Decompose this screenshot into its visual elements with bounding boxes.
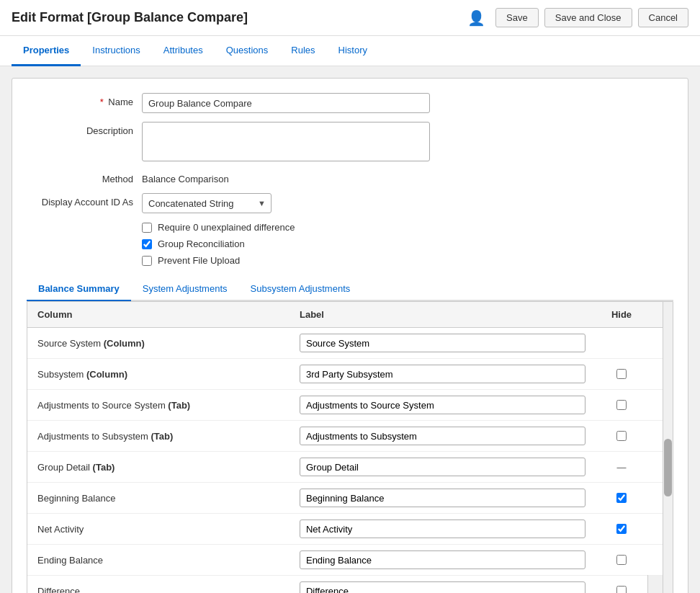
description-row: Description — [27, 122, 673, 161]
prevent-file-upload-label: Prevent File Upload — [158, 255, 240, 266]
hide-checkbox-subsystem[interactable] — [616, 369, 627, 379]
input-cell-adj-source — [290, 390, 596, 421]
require-unexplained-checkbox[interactable] — [142, 223, 152, 233]
input-cell-subsystem — [290, 359, 596, 390]
table-row: Source System (Column) — [27, 328, 673, 359]
label-input-net-activity[interactable] — [300, 520, 585, 538]
col-adj-subsystem: Adjustments to Subsystem (Tab) — [27, 421, 290, 452]
table-row: Group Detail (Tab) — — [27, 452, 673, 483]
balance-table: Column Label Hide Source System (Column) — [27, 302, 673, 593]
table-row: Difference — [27, 576, 673, 594]
col-net-activity: Net Activity — [27, 514, 290, 545]
method-value: Balance Comparison — [142, 170, 229, 184]
main-tabs: Properties Instructions Attributes Quest… — [0, 36, 700, 66]
col-header-column: Column — [27, 302, 290, 328]
input-cell-net-activity — [290, 514, 596, 545]
hide-checkbox-ending-balance[interactable] — [616, 555, 627, 565]
hide-cell-subsystem — [596, 359, 648, 390]
label-input-source-system[interactable] — [300, 334, 585, 352]
name-input[interactable] — [142, 93, 430, 113]
save-and-close-button[interactable]: Save and Close — [544, 8, 632, 27]
col-header-hide: Hide — [596, 302, 648, 328]
checkbox-row-3: Prevent File Upload — [142, 255, 673, 266]
label-input-adj-subsystem[interactable] — [300, 427, 585, 445]
col-group-detail: Group Detail (Tab) — [27, 452, 290, 483]
col-difference: Difference — [27, 576, 290, 594]
col-beginning-balance: Beginning Balance — [27, 483, 290, 514]
hide-checkbox-adj-subsystem[interactable] — [616, 431, 627, 441]
hide-cell-adj-source — [596, 390, 648, 421]
tab-properties[interactable]: Properties — [12, 36, 81, 66]
tab-rules[interactable]: Rules — [279, 36, 326, 66]
group-reconciliation-label: Group Reconciliation — [158, 238, 245, 249]
table-row: Adjustments to Source System (Tab) — [27, 390, 673, 421]
hide-checkbox-beginning-balance[interactable] — [616, 493, 627, 503]
display-select[interactable]: Concatenated String Account Number Accou… — [142, 193, 272, 213]
checkbox-row-1: Require 0 unexplained difference — [142, 222, 673, 233]
table-header: Column Label Hide — [27, 302, 673, 328]
col-adj-source: Adjustments to Source System (Tab) — [27, 390, 290, 421]
display-select-wrapper: Concatenated String Account Number Accou… — [142, 193, 272, 213]
tab-instructions[interactable]: Instructions — [81, 36, 151, 66]
sub-tab-balance-summary[interactable]: Balance Summary — [27, 277, 131, 301]
display-label: Display Account ID As — [27, 193, 142, 208]
tab-attributes[interactable]: Attributes — [152, 36, 215, 66]
label-input-beginning-balance[interactable] — [300, 489, 585, 507]
description-input[interactable] — [142, 122, 430, 161]
col-subsystem: Subsystem (Column) — [27, 359, 290, 390]
table-row: Subsystem (Column) — [27, 359, 673, 390]
display-row: Display Account ID As Concatenated Strin… — [27, 193, 673, 213]
hide-cell-source-system — [596, 328, 648, 359]
user-icon: 👤 — [467, 9, 485, 27]
sub-tabs: Balance Summary System Adjustments Subsy… — [27, 277, 673, 301]
input-cell-difference — [290, 576, 596, 594]
table-row: Beginning Balance — [27, 483, 673, 514]
hide-cell-adj-subsystem — [596, 421, 648, 452]
label-input-group-detail[interactable] — [300, 458, 585, 476]
table-row: Net Activity — [27, 514, 673, 545]
page-title: Edit Format [Group Balance Compare] — [12, 10, 248, 25]
label-input-adj-source[interactable] — [300, 396, 585, 414]
input-cell-beginning-balance — [290, 483, 596, 514]
hide-checkbox-difference[interactable] — [616, 586, 627, 593]
table-row: Ending Balance — [27, 545, 673, 576]
hide-cell-difference — [596, 576, 648, 594]
input-cell-source-system — [290, 328, 596, 359]
cancel-button[interactable]: Cancel — [638, 8, 688, 27]
input-cell-ending-balance — [290, 545, 596, 576]
method-label: Method — [27, 170, 142, 184]
sub-tab-subsystem-adjustments[interactable]: Subsystem Adjustments — [239, 277, 362, 301]
page-header: Edit Format [Group Balance Compare] 👤 Sa… — [0, 0, 700, 36]
hide-cell-net-activity — [596, 514, 648, 545]
scrollbar-track: ▼ — [663, 302, 673, 593]
prevent-file-upload-checkbox[interactable] — [142, 256, 152, 266]
table-row: Adjustments to Subsystem (Tab) — [27, 421, 673, 452]
hide-cell-ending-balance — [596, 545, 648, 576]
name-label: * Name — [27, 93, 142, 107]
input-cell-group-detail — [290, 452, 596, 483]
col-source-system: Source System (Column) — [27, 328, 290, 359]
save-button[interactable]: Save — [495, 8, 539, 27]
label-input-subsystem[interactable] — [300, 365, 585, 383]
hide-checkbox-net-activity[interactable] — [616, 524, 627, 534]
col-ending-balance: Ending Balance — [27, 545, 290, 576]
method-row: Method Balance Comparison — [27, 170, 673, 184]
checkbox-row-2: Group Reconciliation — [142, 238, 673, 249]
require-unexplained-label: Require 0 unexplained difference — [158, 222, 295, 233]
sub-tab-system-adjustments[interactable]: System Adjustments — [131, 277, 239, 301]
tab-history[interactable]: History — [327, 36, 379, 66]
hide-cell-beginning-balance — [596, 483, 648, 514]
hide-cell-group-detail: — — [596, 452, 648, 483]
input-cell-adj-subsystem — [290, 421, 596, 452]
scrollbar-thumb[interactable] — [664, 439, 672, 496]
label-input-ending-balance[interactable] — [300, 550, 585, 569]
table-section: Column Label Hide Source System (Column) — [27, 301, 673, 593]
group-reconciliation-checkbox[interactable] — [142, 239, 152, 249]
tab-questions[interactable]: Questions — [215, 36, 280, 66]
content-area: * Name Description Method Balance Compar… — [12, 78, 688, 593]
hide-checkbox-adj-source[interactable] — [616, 400, 627, 410]
name-row: * Name — [27, 93, 673, 113]
description-label: Description — [27, 122, 142, 136]
label-input-difference[interactable] — [300, 581, 585, 593]
col-header-label: Label — [290, 302, 596, 328]
